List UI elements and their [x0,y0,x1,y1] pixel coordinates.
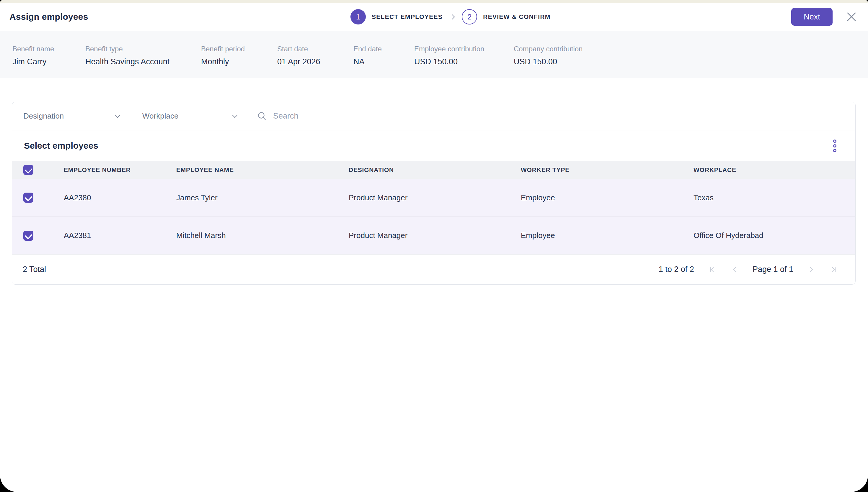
row-checkbox[interactable] [23,231,33,241]
step-1-label: SELECT EMPLOYEES [372,13,443,20]
employee-number-cell: AA2380 [64,193,176,202]
table-title: Select employees [24,141,98,151]
pagination: 1 to 2 of 2 Page 1 of 1 [659,265,838,274]
designation-filter-label: Designation [23,112,64,121]
column-header-employee-name: EMPLOYEE NAME [176,166,349,173]
benefit-name-label: Benefit name [13,45,54,53]
previous-page-button[interactable] [730,265,739,274]
step-review-confirm[interactable]: 2 REVIEW & CONFIRM [462,9,550,24]
designation-cell: Product Manager [349,231,521,240]
header-actions: Next [791,8,858,26]
table-header-row: EMPLOYEE NUMBER EMPLOYEE NAME DESIGNATIO… [12,161,855,179]
close-button[interactable] [845,10,858,23]
employee-contribution-label: Employee contribution [414,45,484,53]
step-separator-chevron-icon [449,14,455,20]
step-select-employees[interactable]: 1 SELECT EMPLOYEES [350,9,443,24]
next-page-icon [807,266,815,273]
benefit-summary-bar: Benefit name Jim Carry Benefit type Heal… [0,31,868,78]
row-range: 1 to 2 of 2 [659,265,694,274]
benefit-type-value: Health Savings Account [85,57,169,66]
workplace-cell: Texas [694,193,855,202]
start-date-label: Start date [277,45,320,53]
next-page-button[interactable] [807,265,816,274]
next-button[interactable]: Next [791,8,832,26]
first-page-icon [708,266,716,273]
end-date-value: NA [353,57,382,66]
employee-contribution-value: USD 150.00 [414,57,484,66]
start-date-field: Start date 01 Apr 2026 [277,31,320,78]
modal-header: Assign employees 1 SELECT EMPLOYEES 2 RE… [0,3,868,31]
column-header-workplace: WORKPLACE [694,166,855,173]
workplace-filter-label: Workplace [142,112,178,121]
benefit-period-value: Monthly [201,57,245,66]
row-checkbox[interactable] [23,193,33,203]
start-date-value: 01 Apr 2026 [277,57,320,66]
table-footer: 2 Total 1 to 2 of 2 Page 1 of 1 [12,254,855,284]
step-2-label: REVIEW & CONFIRM [483,13,550,20]
employee-number-cell: AA2381 [64,231,176,240]
previous-page-icon [731,266,738,273]
benefit-name-field: Benefit name Jim Carry [13,31,54,78]
benefit-period-label: Benefit period [201,45,245,53]
search-box [248,102,855,130]
company-contribution-field: Company contribution USD 150.00 [514,31,583,78]
chevron-down-icon [115,113,120,118]
search-input[interactable] [273,112,846,121]
benefit-name-value: Jim Carry [13,57,54,66]
benefit-type-label: Benefit type [85,45,169,53]
step-1-circle: 1 [350,9,366,24]
close-icon [846,11,857,22]
table-options-button[interactable] [831,138,838,154]
select-all-checkbox[interactable] [23,165,33,175]
column-header-employee-number: EMPLOYEE NUMBER [64,166,176,173]
background-app-strip [0,0,868,3]
designation-cell: Product Manager [349,193,521,202]
table-toolbar: Select employees [12,130,855,161]
kebab-menu-icon [833,149,837,152]
company-contribution-value: USD 150.00 [514,57,583,66]
page-title: Assign employees [9,12,88,22]
assign-employees-modal: Assign employees 1 SELECT EMPLOYEES 2 RE… [0,0,868,492]
step-2-circle: 2 [462,9,477,24]
designation-filter-dropdown[interactable]: Designation [12,102,131,130]
chevron-down-icon [232,113,237,118]
table-row[interactable]: AA2380 James Tyler Product Manager Emplo… [12,179,855,217]
worker-type-cell: Employee [521,231,694,240]
filter-row: Designation Workplace [12,102,855,130]
employee-name-cell: James Tyler [176,193,349,202]
benefit-type-field: Benefit type Health Savings Account [85,31,169,78]
employee-name-cell: Mitchell Marsh [176,231,349,240]
company-contribution-label: Company contribution [514,45,583,53]
table-row[interactable]: AA2381 Mitchell Marsh Product Manager Em… [12,217,855,254]
end-date-field: End date NA [353,31,382,78]
first-page-button[interactable] [708,265,717,274]
workplace-cell: Office Of Hyderabad [694,231,855,240]
employee-contribution-field: Employee contribution USD 150.00 [414,31,484,78]
workplace-filter-dropdown[interactable]: Workplace [131,102,248,130]
search-icon [257,111,267,121]
stepper: 1 SELECT EMPLOYEES 2 REVIEW & CONFIRM [350,3,550,31]
column-header-worker-type: WORKER TYPE [521,166,694,173]
end-date-label: End date [353,45,382,53]
worker-type-cell: Employee [521,193,694,202]
last-page-button[interactable] [829,265,838,274]
benefit-period-field: Benefit period Monthly [201,31,245,78]
kebab-menu-icon [833,140,837,143]
employee-selection-card: Designation Workplace Select employees [12,102,855,285]
last-page-icon [830,266,838,273]
page-indicator: Page 1 of 1 [753,265,793,274]
column-header-designation: DESIGNATION [349,166,521,173]
total-count: 2 Total [23,265,46,274]
kebab-menu-icon [833,144,837,147]
